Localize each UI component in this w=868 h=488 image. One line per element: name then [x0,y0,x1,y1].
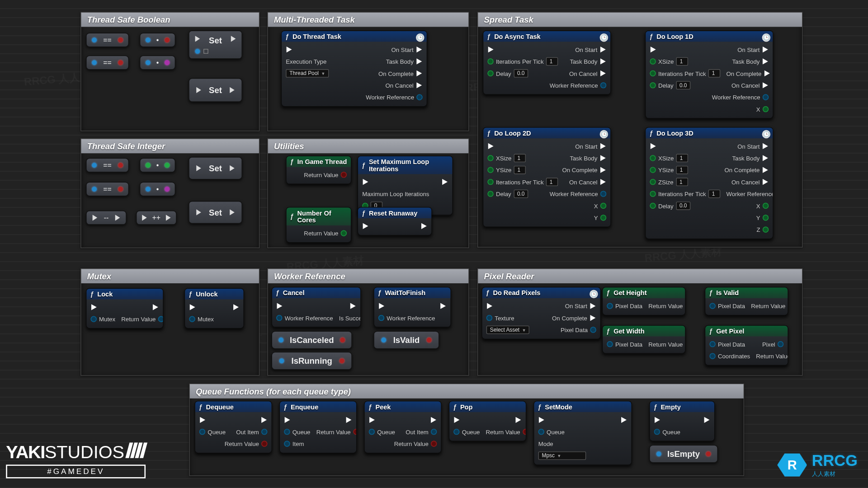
node-reset-runaway[interactable]: Reset Runaway [358,207,432,235]
node-eq-bool[interactable]: == [86,33,129,47]
execution-type-dropdown[interactable]: Thread Pool [286,69,329,77]
node-lock[interactable]: Lock MutexReturn Value [86,288,164,329]
node-dot-int[interactable]: • [140,158,175,173]
node-do-loop-2d[interactable]: 🕒 Do Loop 2D On Start XSize1Task Body YS… [483,127,611,227]
node-in-game-thread[interactable]: In Game ThreadReturn Value [286,156,351,184]
latent-icon: 🕒 [590,290,598,298]
node-is-empty[interactable]: IsEmpty [649,445,718,463]
node-is-canceled[interactable]: IsCanceled [272,331,352,349]
node-get-width[interactable]: Get Width Pixel DataReturn Value [602,325,686,353]
node-cancel[interactable]: Cancel Worker ReferenceIs Success [272,287,361,328]
node-is-running[interactable]: IsRunning [272,352,352,370]
node-dequeue[interactable]: Dequeue QueueOut Item Return Value [194,401,272,453]
node-eq-bool-2[interactable]: == [86,56,129,70]
node-get-pixel[interactable]: Get Pixel Pixel DataPixel CoordinatesRet… [705,325,788,366]
node-empty[interactable]: Empty Queue [649,401,715,441]
group-spread-task[interactable]: Spread Task 🕒 Do Async Task On Start Ite… [477,12,802,247]
node-dot-int-2[interactable]: • [140,182,175,197]
group-mutex[interactable]: Mutex Lock MutexReturn Value Unlock Mute… [80,268,259,376]
node-is-valid[interactable]: IsValid [373,331,439,349]
group-utilities[interactable]: Utilities In Game ThreadReturn Value Num… [267,138,469,248]
node-eq-int[interactable]: == [86,158,129,173]
brand-rrcg: R RRCG人人素材 [777,451,858,478]
node-is-valid-px[interactable]: Is Valid Pixel DataReturn Value [705,287,788,315]
node-peek[interactable]: Peek QueueOut Item Return Value [364,401,442,453]
latent-icon: 🕒 [762,130,770,138]
latent-icon: 🕒 [600,130,608,138]
node-set-int-2[interactable]: Set [189,201,242,224]
node-dec[interactable]: -- [86,211,127,225]
latent-icon: 🕒 [762,33,770,42]
node-num-cores[interactable]: Number Of CoresReturn Value [286,207,351,243]
node-set-max-loop[interactable]: Set Maximum Loop Iterations Maximum Loop… [358,156,453,216]
node-do-async-task[interactable]: 🕒 Do Async Task On Start Iterations Per … [483,30,611,95]
node-set-mode[interactable]: SetMode Queue Mode Mpsc [533,401,632,465]
node-do-loop-1d[interactable]: 🕒 Do Loop 1D On Start XSize1Task Body It… [645,30,774,118]
node-get-height[interactable]: Get Height Pixel DataReturn Value [602,287,686,315]
node-unlock[interactable]: Unlock Mutex [184,288,244,329]
node-wait-finish[interactable]: WaitToFinish Worker Reference [373,287,451,328]
texture-asset-dropdown[interactable]: Select Asset [486,326,530,334]
node-set-bool[interactable]: Set [189,30,242,59]
node-set-int[interactable]: Set [189,157,242,179]
brand-yaki-studios: YAKISTUDIOS #GAMEDEV [6,442,146,479]
node-set-bool-2[interactable]: Set [189,78,242,102]
group-thread-safe-boolean[interactable]: Thread Safe Boolean == == • • Set Set [80,12,259,131]
group-multi-threaded-task[interactable]: Multi-Threaded Task 🕒 Do Thread Task On … [267,12,469,131]
node-title: Do Thread Task [282,31,427,42]
latent-icon: 🕒 [600,33,608,42]
group-title: Spread Task [478,13,802,27]
node-inc[interactable]: ++ [136,211,177,225]
node-dot-bool-2[interactable]: • [140,56,175,70]
latent-icon: 🕒 [416,33,424,42]
node-dot-bool[interactable]: • [140,33,175,47]
node-enqueue[interactable]: Enqueue QueueReturn Value Item [279,401,357,453]
group-title: Thread Safe Boolean [81,13,259,27]
node-eq-int-2[interactable]: == [86,182,129,197]
group-thread-safe-integer[interactable]: Thread Safe Integer == == • • -- ++ Set … [80,138,259,248]
group-queue-functions[interactable]: Queue Functions (for each queue type) De… [189,384,744,476]
group-worker-reference[interactable]: Worker Reference Cancel Worker Reference… [267,268,469,376]
node-do-loop-3d[interactable]: 🕒 Do Loop 3D On Start XSize1Task Body YS… [645,127,774,239]
node-do-read-pixels[interactable]: 🕒 Do Read Pixels On Start TextureOn Comp… [481,287,601,339]
group-pixel-reader[interactable]: Pixel Reader 🕒 Do Read Pixels On Start T… [477,268,802,376]
mode-dropdown[interactable]: Mpsc [538,451,586,460]
node-pop[interactable]: Pop QueueReturn Value [449,401,527,441]
group-title: Multi-Threaded Task [268,13,469,27]
node-do-thread-task[interactable]: 🕒 Do Thread Task On Start Execution Type… [281,30,427,107]
